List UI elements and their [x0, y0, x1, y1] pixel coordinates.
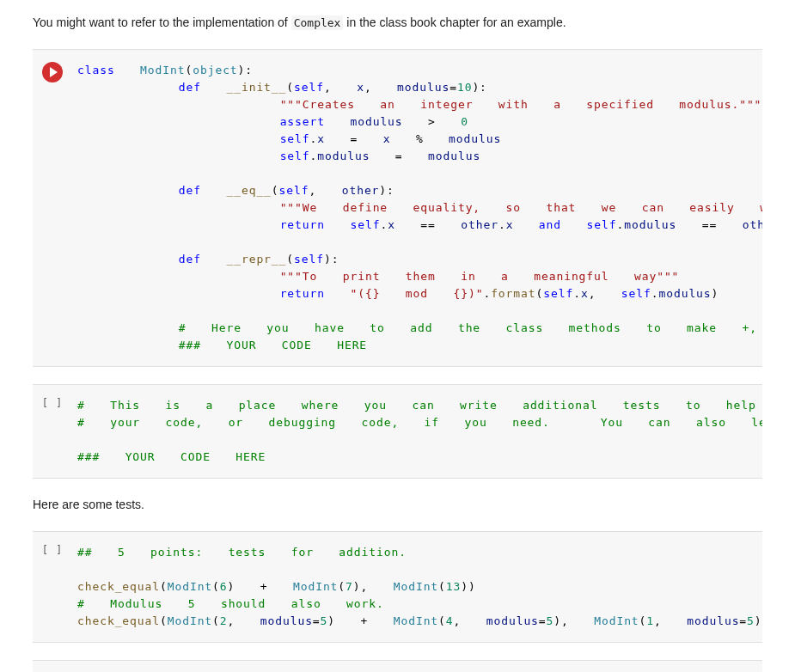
code-cell: class ModInt(object): def __init__(self,… [33, 49, 762, 367]
intro-text: You might want to refer to the implement… [33, 14, 762, 32]
code-cell: [ ]# This is a place where you can write… [33, 384, 762, 479]
text-cell: Here are some tests. [33, 496, 762, 514]
cell-gutter [33, 57, 72, 82]
intro-after: in the class book chapter for an example… [343, 15, 566, 29]
cell-gutter: [ ] [33, 392, 72, 409]
cell-gutter: [ ] [33, 668, 72, 672]
code-editor[interactable]: # This is a place where you can write ad… [72, 392, 762, 471]
execution-count: [ ] [42, 397, 64, 409]
code-editor[interactable]: ### 10 points: tests for the other opera… [72, 668, 762, 672]
cells-container: class ModInt(object): def __init__(self,… [33, 49, 762, 672]
run-cell-button[interactable] [42, 62, 63, 82]
code-cell: [ ]### 10 points: tests for the other op… [33, 660, 762, 672]
cell-gutter: [ ] [33, 539, 72, 556]
code-source[interactable]: # This is a place where you can write ad… [77, 397, 750, 466]
code-source[interactable]: ## 5 points: tests for addition. check_e… [77, 544, 750, 630]
code-editor[interactable]: ## 5 points: tests for addition. check_e… [72, 539, 762, 635]
notebook-content: You might want to refer to the implement… [0, 0, 795, 672]
intro-before: You might want to refer to the implement… [33, 15, 291, 29]
execution-count: [ ] [42, 544, 64, 556]
intro-inline-code: Complex [291, 15, 344, 30]
code-source[interactable]: class ModInt(object): def __init__(self,… [77, 62, 750, 354]
code-cell: [ ]## 5 points: tests for addition. chec… [33, 531, 762, 643]
code-editor[interactable]: class ModInt(object): def __init__(self,… [72, 57, 762, 359]
